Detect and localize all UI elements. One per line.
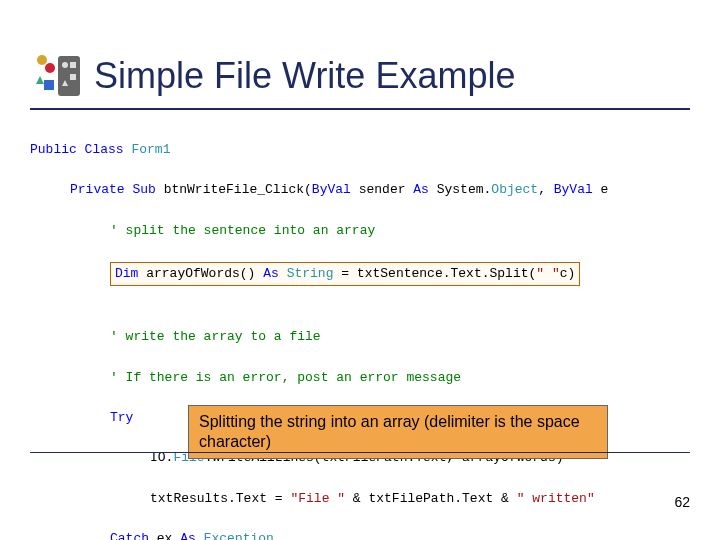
keyword: Catch — [110, 531, 149, 540]
type: Form1 — [131, 142, 170, 157]
svg-point-5 — [37, 55, 47, 65]
code-text: arrayOfWords() — [138, 266, 263, 281]
page-number: 62 — [674, 494, 690, 510]
code-text: btnWriteFile_Click( — [156, 182, 312, 197]
code-text: & txtFilePath.Text & — [345, 491, 517, 506]
type: String — [287, 266, 334, 281]
divider-bottom — [30, 452, 690, 453]
comment: ' split the sentence into an array — [110, 223, 375, 238]
annotation-callout: Splitting the string into an array (deli… — [188, 405, 608, 459]
slide: Simple File Write Example Public Class F… — [0, 0, 720, 540]
code-text — [196, 531, 204, 540]
keyword: Dim — [115, 266, 138, 281]
svg-rect-2 — [70, 62, 76, 68]
page-title: Simple File Write Example — [94, 55, 515, 97]
keyword: As — [413, 182, 429, 197]
svg-point-6 — [45, 63, 55, 73]
code-text: ex — [149, 531, 180, 540]
type: Exception — [204, 531, 274, 540]
string: " written" — [517, 491, 595, 506]
svg-rect-8 — [44, 80, 54, 90]
code-text: System. — [429, 182, 491, 197]
code-text: e — [593, 182, 609, 197]
logo-icon — [30, 50, 82, 102]
string: " " — [536, 266, 559, 281]
divider-top — [30, 108, 690, 110]
svg-point-1 — [62, 62, 68, 68]
keyword: As — [180, 531, 196, 540]
header: Simple File Write Example — [30, 50, 690, 102]
keyword: As — [263, 266, 279, 281]
string: "File " — [290, 491, 345, 506]
keyword: ByVal — [312, 182, 351, 197]
keyword: Private Sub — [70, 182, 156, 197]
code-text: = txtSentence.Text.Split( — [333, 266, 536, 281]
keyword: Public Class — [30, 142, 124, 157]
svg-marker-7 — [36, 76, 44, 84]
svg-rect-4 — [70, 74, 76, 80]
code-block: Public Class Form1 Private Sub btnWriteF… — [30, 120, 690, 540]
code-text: c) — [560, 266, 576, 281]
code-text: sender — [351, 182, 413, 197]
comment: ' write the array to a file — [110, 329, 321, 344]
keyword: ByVal — [554, 182, 593, 197]
code-text — [279, 266, 287, 281]
code-text: , — [538, 182, 554, 197]
keyword: Try — [110, 410, 133, 425]
code-text: txtResults.Text = — [150, 491, 290, 506]
comment: ' If there is an error, post an error me… — [110, 370, 461, 385]
type: Object — [491, 182, 538, 197]
highlighted-line: Dim arrayOfWords() As String = txtSenten… — [110, 262, 580, 286]
svg-rect-0 — [58, 56, 80, 96]
